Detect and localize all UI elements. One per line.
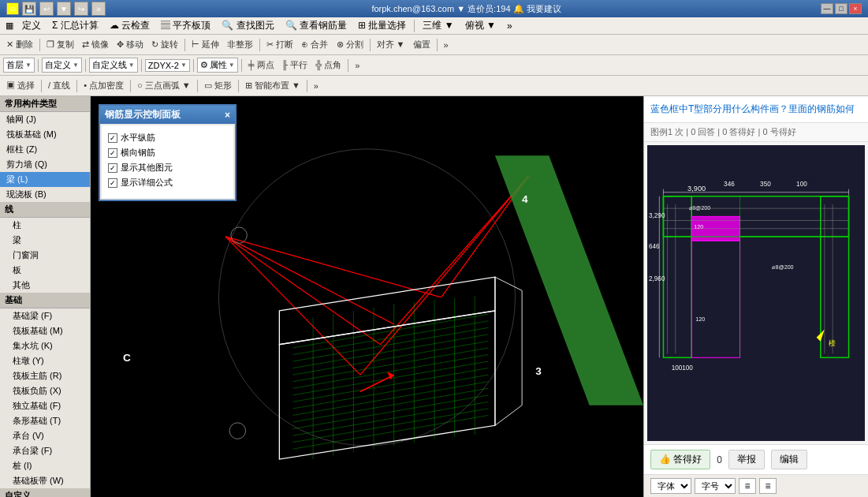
maximize-btn[interactable]: □ (835, 3, 848, 14)
sep-t3-4 (197, 80, 198, 92)
sidebar-item-slab[interactable]: 现浇板 (B) (0, 187, 90, 202)
select-btn[interactable]: ▣ 选择 (3, 79, 38, 92)
sidebar-item-beam[interactable]: 梁 (L) (0, 172, 90, 187)
undo-btn[interactable]: ↩ (39, 2, 54, 16)
menu-more[interactable]: » (502, 19, 517, 33)
two-point-btn[interactable]: ╪ 两点 (245, 58, 278, 72)
floor-dropdown[interactable]: 首层 ▼ (3, 58, 35, 73)
svg-line-18 (292, 355, 488, 389)
property-dropdown[interactable]: ⚙ 属性 ▼ (197, 58, 238, 73)
svg-text:3,290: 3,290 (649, 212, 665, 219)
sidebar-item-cap-beam[interactable]: 承台梁 (F) (0, 443, 90, 458)
sidebar-item-raft-neg[interactable]: 筏板负筋 (X) (0, 383, 90, 398)
more-btn-3[interactable]: » (311, 80, 322, 92)
align-right-btn[interactable]: ≡ (759, 478, 777, 494)
sidebar-item-door[interactable]: 门窗洞 (0, 248, 90, 263)
extend-btn[interactable]: ⊢ 延伸 (188, 38, 222, 51)
sidebar-item-raft-main[interactable]: 筏板主筋 (R) (0, 368, 90, 383)
menu-cloud[interactable]: ☁ 云检查 (105, 17, 155, 34)
quick-save-btn[interactable]: 💾 (22, 2, 36, 16)
more-btn-1[interactable]: » (441, 39, 452, 50)
smart-btn[interactable]: ⊞ 智能布置 ▼ (242, 79, 304, 92)
sidebar-item-axis[interactable]: 轴网 (J) (0, 112, 90, 127)
checkbox-transverse[interactable] (108, 148, 117, 158)
custom1-dropdown[interactable]: 自定义 ▼ (42, 58, 82, 73)
svg-text:3,900: 3,900 (687, 185, 706, 192)
menu-define[interactable]: 定义 (17, 17, 46, 34)
move-btn[interactable]: ✥ 移动 (114, 38, 147, 51)
split-btn[interactable]: ⊗ 分割 (333, 38, 367, 51)
menu-batch-select[interactable]: ⊞ 批量选择 (353, 17, 411, 34)
custom-line-dropdown[interactable]: 自定义线 ▼ (89, 58, 138, 73)
size-select[interactable]: 字号 (695, 478, 736, 494)
sep-t1-4 (370, 39, 371, 51)
more-btn-2[interactable]: » (352, 60, 363, 71)
sep-t2-5 (241, 59, 242, 72)
merge-btn[interactable]: ⊕ 合并 (298, 38, 331, 51)
sidebar-item-raft[interactable]: 筏板基础 (M) (0, 127, 90, 142)
redo-btn[interactable]: ↪ (74, 2, 88, 16)
canvas-area[interactable]: 钢筋显示控制面板 × 水平纵筋 横向钢筋 显示其他图元 显示详 (91, 96, 643, 497)
sep-t1-2 (184, 39, 185, 51)
redo-arrow[interactable]: » (91, 2, 106, 16)
svg-text:100: 100 (796, 181, 807, 188)
sidebar-item-pile[interactable]: 桩 (I) (0, 458, 90, 473)
report-btn[interactable]: 举报 (728, 450, 765, 469)
close-btn[interactable]: × (849, 3, 862, 14)
sidebar-item-other[interactable]: 其他 (0, 278, 90, 293)
sep-t1-5 (437, 39, 438, 51)
sidebar-item-foundation-beam[interactable]: 基础梁 (F) (0, 308, 90, 323)
sidebar-item-shearwall[interactable]: 剪力墙 (Q) (0, 157, 90, 172)
offset-btn[interactable]: 偏置 (410, 38, 434, 51)
mirror-btn[interactable]: ⇄ 镜像 (79, 38, 112, 51)
menu-align-top[interactable]: ▤ 平齐板顶 (156, 17, 215, 34)
sidebar-item-foundation-band[interactable]: 基础板带 (W) (0, 473, 90, 488)
not-shape-btn[interactable]: 非整形 (224, 38, 256, 51)
zdyx-label: ZDYX-2 (148, 61, 179, 70)
copy-btn[interactable]: ❐ 复制 (43, 38, 77, 51)
undo-arrow[interactable]: ▼ (57, 2, 71, 16)
checkbox-horizontal[interactable] (108, 133, 117, 143)
sidebar-item-raft2[interactable]: 筏板基础 (M) (0, 323, 90, 338)
align-left-btn[interactable]: ≡ (739, 478, 756, 494)
cut-btn[interactable]: ✂ 打断 (263, 38, 296, 51)
arc3-btn[interactable]: ○ 三点画弧 ▼ (134, 79, 194, 92)
menu-sum[interactable]: Σ 汇总计算 (47, 17, 103, 34)
label-horizontal: 水平纵筋 (121, 132, 155, 144)
like-btn[interactable]: 👍 答得好 (650, 450, 710, 469)
font-select[interactable]: 字体 (650, 478, 691, 494)
sidebar-item-column[interactable]: 框柱 (Z) (0, 142, 90, 157)
menu-view-rebar[interactable]: 🔍 查看钢筋量 (281, 17, 352, 34)
minimize-btn[interactable]: — (821, 3, 833, 14)
menu-3d[interactable]: 三维 ▼ (418, 17, 458, 34)
property-arrow: ▼ (229, 62, 235, 69)
checkbox-formula[interactable] (108, 178, 117, 188)
sidebar-item-strip[interactable]: 条形基础 (T) (0, 413, 90, 428)
edit-btn[interactable]: 编辑 (771, 450, 807, 469)
panel-close-btn[interactable]: × (225, 110, 230, 121)
angle-btn[interactable]: ╬ 点角 (312, 58, 345, 72)
line-btn[interactable]: / 直线 (45, 79, 73, 92)
menu-find[interactable]: 🔍 查找图元 (217, 17, 278, 34)
sidebar-item-independent[interactable]: 独立基础 (F) (0, 398, 90, 413)
sidebar-item-col-mound[interactable]: 柱墩 (Y) (0, 353, 90, 368)
align-btn[interactable]: 对齐 ▼ (374, 38, 408, 51)
sidebar-item-cap[interactable]: 承台 (V) (0, 428, 90, 443)
sidebar-item-beam2[interactable]: 梁 (0, 233, 90, 248)
sidebar-item-slab2[interactable]: 板 (0, 263, 90, 278)
panel-title-bar[interactable]: 钢筋显示控制面板 × (100, 106, 235, 124)
point-density-btn[interactable]: • 点加密度 (80, 79, 127, 92)
menu-top-view[interactable]: 俯视 ▼ (460, 17, 501, 34)
label-other-elements: 显示其他图元 (121, 162, 173, 174)
zdyx-dropdown[interactable]: ZDYX-2 ▼ (145, 59, 190, 72)
delete-btn[interactable]: ✕ 删除 (3, 38, 36, 51)
parallel-btn[interactable]: ╟ 平行 (279, 58, 311, 72)
rect-btn[interactable]: ▭ 矩形 (201, 79, 235, 92)
left-sidebar: 常用构件类型 轴网 (J) 筏板基础 (M) 框柱 (Z) 剪力墙 (Q) 梁 … (0, 96, 91, 497)
rotate-btn[interactable]: ↻ 旋转 (148, 38, 181, 51)
question-link[interactable]: 蓝色框中T型部分用什么构件画？里面的钢筋如何 (650, 103, 855, 114)
checkbox-other-elements[interactable] (108, 163, 117, 173)
sidebar-item-col2[interactable]: 柱 (0, 218, 90, 233)
sidebar-item-pit[interactable]: 集水坑 (K) (0, 338, 90, 353)
main-layout: 常用构件类型 轴网 (J) 筏板基础 (M) 框柱 (Z) 剪力墙 (Q) 梁 … (0, 96, 868, 497)
